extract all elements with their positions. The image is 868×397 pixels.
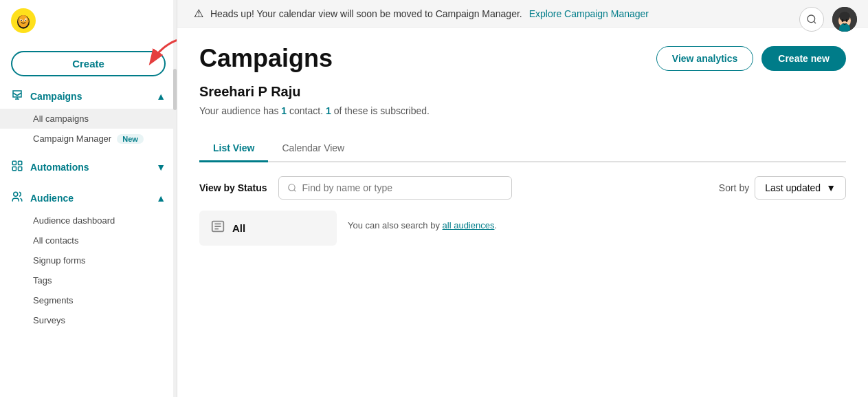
nav-section-audience: Audience ▲ Audience dashboard All contac…	[0, 182, 177, 333]
nav-section-automations: Automations ▼	[0, 151, 177, 182]
search-icon	[806, 14, 817, 25]
svg-rect-13	[19, 161, 22, 164]
info-icon: ⚠	[194, 7, 203, 20]
create-button[interactable]: Create	[11, 51, 166, 76]
sidebar-item-all-campaigns[interactable]: All campaigns	[0, 109, 177, 129]
search-hint: You can also search by all audiences.	[337, 211, 846, 230]
svg-rect-12	[12, 161, 16, 164]
status-row: All You can also search by all audiences…	[199, 211, 846, 246]
scrollbar-track	[173, 0, 177, 397]
svg-point-9	[25, 21, 29, 23]
surveys-label: Surveys	[33, 315, 65, 325]
sort-value: Last updated	[765, 182, 821, 193]
svg-point-16	[14, 192, 18, 196]
sidebar-item-audience[interactable]: Audience ▲	[0, 185, 177, 211]
audience-contact-count: 1	[281, 105, 287, 116]
sidebar-item-campaigns[interactable]: Campaigns ▲	[0, 83, 177, 109]
header-actions: View analytics Create new	[656, 46, 846, 71]
search-hint-after: .	[494, 220, 497, 230]
search-hint-container: You can also search by all audiences.	[337, 211, 846, 246]
page-content: Campaigns View analytics Create new Sree…	[177, 28, 868, 397]
tabs: List View Calendar View	[199, 136, 846, 162]
status-all-label: All	[232, 222, 245, 234]
sidebar-item-signup-forms[interactable]: Signup forms	[0, 250, 177, 270]
svg-point-10	[25, 18, 27, 20]
svg-point-24	[288, 184, 294, 191]
create-new-button[interactable]: Create new	[761, 46, 846, 71]
svg-point-22	[842, 19, 844, 22]
sidebar-item-campaigns-label: Campaigns	[30, 91, 82, 102]
svg-point-6	[25, 20, 26, 21]
svg-point-23	[846, 19, 848, 22]
page-header: Campaigns View analytics Create new	[199, 44, 846, 73]
nav-section-campaigns: Campaigns ▲ All campaigns Campaign Manag…	[0, 81, 177, 151]
svg-point-5	[21, 20, 22, 21]
main-content: ⚠ Heads up! Your calendar view will soon…	[177, 0, 868, 397]
audience-info: Your audience has 1 contact. 1 of these …	[199, 105, 846, 116]
signup-forms-label: Signup forms	[33, 255, 86, 266]
automations-icon	[11, 160, 23, 174]
sidebar-item-all-contacts[interactable]: All contacts	[0, 230, 177, 250]
search-icon	[287, 183, 297, 193]
sidebar-item-campaign-manager-label: Campaign Manager	[33, 133, 111, 144]
status-all-item[interactable]: All	[199, 211, 337, 246]
sidebar: Create Campaigns ▲ All campaigns	[0, 0, 177, 397]
svg-point-8	[18, 21, 21, 23]
user-name: Sreehari P Raju	[199, 84, 846, 100]
filters-row: View by Status Sort by Last updated ▼	[199, 176, 846, 200]
sort-chevron-icon: ▼	[826, 182, 836, 193]
sort-label: Sort by	[719, 182, 749, 193]
audience-text-before: Your audience has	[199, 105, 281, 116]
audience-icon	[11, 191, 23, 205]
tags-label: Tags	[33, 275, 52, 286]
audience-subscribed-count: 1	[326, 105, 331, 116]
user-avatar[interactable]	[832, 7, 857, 32]
audience-dashboard-label: Audience dashboard	[33, 215, 115, 226]
all-audiences-link[interactable]: all audiences	[443, 220, 495, 230]
logo[interactable]	[11, 8, 36, 36]
notice-bar: ⚠ Heads up! Your calendar view will soon…	[177, 0, 868, 28]
sidebar-item-all-campaigns-label: All campaigns	[33, 114, 89, 124]
svg-point-20	[839, 12, 850, 21]
tab-calendar-view[interactable]: Calendar View	[268, 136, 358, 162]
search-hint-before: You can also search by	[348, 220, 443, 230]
svg-rect-14	[12, 167, 16, 171]
tab-list-view[interactable]: List View	[199, 136, 268, 162]
audience-text-after: of these is subscribed.	[331, 105, 430, 116]
search-input[interactable]	[302, 182, 503, 193]
sidebar-item-segments[interactable]: Segments	[0, 290, 177, 310]
sidebar-header	[0, 0, 177, 44]
chevron-down-icon: ▼	[156, 162, 166, 173]
page-title: Campaigns	[199, 44, 333, 73]
status-all-icon	[210, 219, 225, 237]
segments-label: Segments	[33, 295, 74, 305]
audience-text-middle: contact.	[287, 105, 326, 116]
svg-rect-15	[19, 167, 22, 171]
campaign-manager-badge: New	[117, 134, 144, 144]
notice-text: Heads up! Your calendar view will soon b…	[210, 8, 522, 19]
sidebar-item-tags[interactable]: Tags	[0, 270, 177, 290]
sort-select[interactable]: Last updated ▼	[755, 176, 846, 200]
sidebar-item-campaign-manager[interactable]: Campaign Manager New	[0, 129, 177, 149]
global-search-button[interactable]	[799, 7, 824, 32]
view-by-status-label: View by Status	[199, 182, 267, 193]
view-analytics-button[interactable]: View analytics	[656, 46, 753, 71]
all-contacts-label: All contacts	[33, 235, 78, 246]
chevron-up-icon-audience: ▲	[156, 193, 166, 204]
chevron-up-icon: ▲	[156, 91, 166, 102]
sidebar-item-audience-label: Audience	[30, 193, 74, 204]
sidebar-item-audience-dashboard[interactable]: Audience dashboard	[0, 211, 177, 230]
notice-link[interactable]: Explore Campaign Manager	[529, 8, 649, 19]
search-box[interactable]	[278, 176, 512, 200]
scrollbar-thumb[interactable]	[173, 69, 177, 110]
sidebar-item-surveys[interactable]: Surveys	[0, 310, 177, 330]
sidebar-item-automations-label: Automations	[30, 162, 89, 173]
topnav	[799, 7, 857, 32]
campaigns-icon	[11, 89, 23, 103]
svg-point-17	[808, 15, 815, 23]
sidebar-item-automations[interactable]: Automations ▼	[0, 154, 177, 180]
sort-container: Sort by Last updated ▼	[719, 176, 846, 200]
sidebar-scroll: Campaigns ▲ All campaigns Campaign Manag…	[0, 81, 177, 397]
